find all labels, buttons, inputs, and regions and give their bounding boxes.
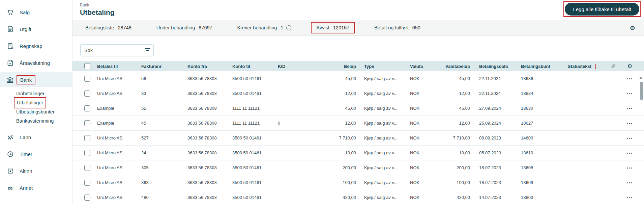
row-actions-menu-icon[interactable]: ••• (627, 181, 633, 185)
tab-label: Under behandling (156, 25, 195, 30)
table-row[interactable]: Uni Micro AS 480 3633 56 78308 3500 50 0… (72, 190, 644, 205)
row-checkbox[interactable] (84, 195, 90, 201)
sidebar-item-regnskap[interactable]: Regnskap (0, 39, 72, 53)
cell-belop: 100,00 (318, 180, 356, 185)
cell-betalingsdato: 22.11.2024 (470, 76, 521, 81)
tab-under-behandling[interactable]: Under behandling 87697 (156, 25, 212, 30)
cell-konto-til: 3500 50 01461 (232, 165, 278, 170)
cell-betalingsdato: 14.07.2023 (470, 195, 521, 200)
table-row[interactable]: Uni Micro AS 56 3633 56 78308 3500 50 01… (72, 71, 644, 86)
column-header-fakturanr[interactable]: Fakturanr (141, 64, 187, 69)
column-header-betalingsdato[interactable]: Betalingsdato (470, 64, 521, 69)
column-header-betalingsbunt[interactable]: Betalingsbunt (521, 64, 567, 69)
sidebar-item-label: Utgift (20, 26, 31, 32)
sidebar-item-salg[interactable]: Salg (0, 5, 72, 20)
column-header-kid[interactable]: KID (278, 64, 318, 69)
cell-valutabelop: 420,00 (442, 195, 470, 200)
cell-valuta: NOK (410, 121, 442, 126)
reset-to-unpaid-button[interactable]: Legg alle tilbake til ubetalt (565, 3, 639, 16)
row-actions-menu-icon[interactable]: ••• (627, 121, 633, 125)
sidebar-item-label: Regnskap (20, 43, 42, 49)
row-actions-menu-icon[interactable]: ••• (627, 77, 633, 81)
cell-konto-fra: 3633 56 78308 (187, 91, 232, 96)
cell-konto-fra: 3633 56 78308 (187, 135, 232, 140)
info-icon[interactable]: i (286, 25, 291, 30)
cell-belop: 12,00 (318, 121, 356, 126)
cell-valutabelop: 10,00 (442, 150, 470, 155)
select-all-checkbox[interactable] (84, 63, 90, 69)
submenu-item-bankavstemming[interactable]: Bankavstemming (0, 117, 72, 126)
sidebar-item-timer[interactable]: Timer (0, 147, 72, 161)
cell-valutabelop: 12,00 (442, 121, 470, 126)
table-row[interactable]: Uni Micro AS 363 3633 56 78308 3500 50 0… (72, 175, 644, 190)
row-actions-menu-icon[interactable]: ••• (627, 92, 633, 96)
cell-fakturanr: 24 (141, 150, 187, 155)
cell-betalingsdato: 26.09.2024 (470, 121, 521, 126)
sidebar-item-arsavslutning[interactable]: Årsavslutning (0, 55, 72, 70)
submenu-item-utbetalinger[interactable]: Utbetalinger (0, 98, 72, 107)
submenu-item-utbetalingsbunter[interactable]: Utbetalingsbunter (0, 107, 72, 117)
row-checkbox[interactable] (84, 135, 90, 141)
cell-konto-til: 1111 11 11121 (232, 106, 278, 111)
submenu-item-innbetalinger[interactable]: Innbetalinger (0, 89, 72, 98)
tab-avvist[interactable]: Avvist 120167 (311, 22, 355, 33)
annotation-box-utbetalinger: Utbetalinger (14, 97, 46, 108)
search-input[interactable] (81, 45, 141, 56)
row-checkbox[interactable] (84, 105, 90, 111)
row-checkbox[interactable] (84, 120, 90, 126)
cell-betalingsbunt: 18634 (521, 91, 567, 96)
row-checkbox[interactable] (84, 150, 90, 156)
cell-konto-til: 3500 50 01461 (232, 76, 278, 81)
filter-button[interactable] (141, 45, 153, 56)
cell-fakturanr: 363 (141, 180, 187, 185)
sidebar-item-bank[interactable]: Bank (0, 72, 72, 87)
submenu-item-label: Utbetalinger (17, 100, 43, 105)
table-settings-gear-icon[interactable]: ⚙ (627, 63, 632, 69)
table-row[interactable]: Uni Micro AS 33 3633 56 78308 3500 50 01… (72, 86, 644, 101)
row-actions-menu-icon[interactable]: ••• (627, 151, 633, 155)
cell-konto-til: 3500 50 01461 (232, 180, 278, 185)
row-checkbox[interactable] (84, 180, 90, 186)
column-header-konto-til[interactable]: Konto til (232, 64, 278, 69)
sidebar-item-utgift[interactable]: Utgift (0, 22, 72, 36)
tab-label: Betalingsliste (85, 25, 114, 30)
column-header-konto-fra[interactable]: Konto fra (187, 64, 232, 69)
table-row[interactable]: Uni Micro AS 305 3633 56 78308 3500 50 0… (72, 160, 644, 175)
tab-betalt-og-fullfort[interactable]: Betalt og fullført 650 (374, 25, 420, 30)
column-header-betales-til[interactable]: Betales til (97, 64, 141, 69)
scrollbar-thumb[interactable] (640, 82, 643, 100)
column-header-valutabelop[interactable]: Valutabeløp (442, 64, 470, 69)
row-actions-menu-icon[interactable]: ••• (627, 106, 633, 110)
table-row[interactable]: Example 45 3633 56 78308 1111 11 11121 0… (72, 116, 644, 131)
scrollbar-up-arrow[interactable] (639, 76, 643, 79)
table-row[interactable]: Uni Micro AS 527 3633 56 78308 3500 50 0… (72, 131, 644, 146)
tab-betalingsliste[interactable]: Betalingsliste 28748 (85, 25, 131, 30)
cell-konto-fra: 3633 56 78308 (187, 76, 232, 81)
column-header-type[interactable]: Type (356, 64, 410, 69)
submenu-item-label: Innbetalinger (16, 91, 45, 96)
row-checkbox[interactable] (84, 91, 90, 97)
column-header-belop[interactable]: Beløp (318, 64, 356, 69)
tab-count: 1 (281, 25, 283, 30)
tab-krever-behandling[interactable]: Krever behandling 1 i (237, 25, 292, 30)
cell-betalingsdato: 18.07.2023 (470, 165, 521, 170)
tab-count: 650 (412, 25, 420, 30)
row-actions-menu-icon[interactable]: ••• (627, 166, 633, 170)
row-actions-menu-icon[interactable]: ••• (627, 136, 633, 140)
sidebar-item-lonn[interactable]: Lønn (0, 130, 72, 145)
column-header-valuta[interactable]: Valuta (410, 64, 442, 69)
column-header-statustekst[interactable]: Statustekst (567, 64, 607, 69)
cell-valutabelop: 200,00 (442, 165, 470, 170)
table-row[interactable]: Example 55 3633 56 78308 1111 11 11121 4… (72, 101, 644, 116)
sidebar-item-annet[interactable]: ∞ Annet (0, 180, 72, 195)
sidebar-item-altinn[interactable]: Altinn (0, 163, 72, 178)
row-checkbox[interactable] (84, 76, 90, 82)
row-checkbox[interactable] (84, 165, 90, 171)
table-row[interactable]: Uni Micro AS 24 3633 56 78308 3500 50 01… (72, 146, 644, 160)
cell-valutabelop: 100,00 (442, 180, 470, 185)
cell-fakturanr: 305 (141, 165, 187, 170)
gear-icon[interactable]: ⚙ (630, 25, 635, 31)
row-actions-menu-icon[interactable]: ••• (627, 196, 633, 200)
cell-belop: 10,00 (318, 150, 356, 155)
submenu-item-label: Utbetalingsbunter (16, 109, 55, 114)
